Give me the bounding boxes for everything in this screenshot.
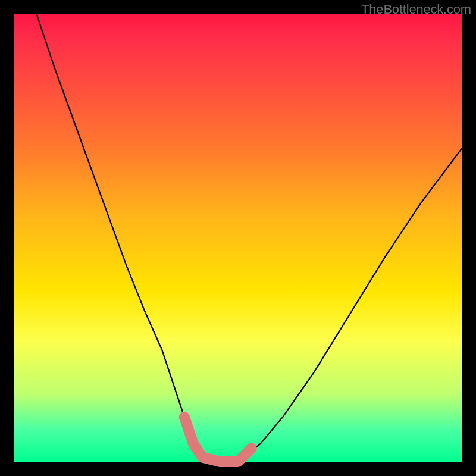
bottleneck-curve xyxy=(37,14,462,462)
watermark-text: TheBottleneck.com xyxy=(361,2,471,17)
curve-layer xyxy=(14,14,462,462)
highlight-band xyxy=(184,417,252,462)
chart-frame: TheBottleneck.com xyxy=(0,0,476,476)
